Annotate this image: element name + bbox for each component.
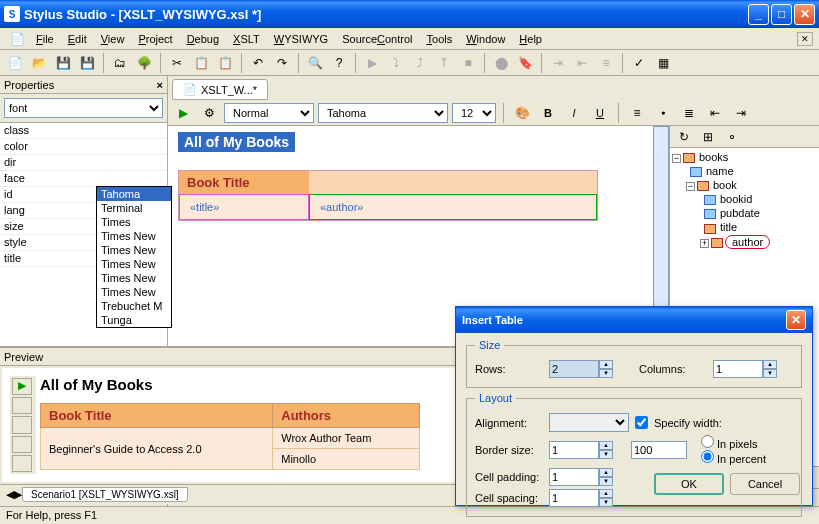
font-option[interactable]: Times New <box>97 229 171 243</box>
template-field-author[interactable]: «author» <box>309 194 597 220</box>
tree-refresh-icon[interactable]: ↻ <box>673 126 695 148</box>
col-header-title[interactable]: Book Title <box>179 171 309 194</box>
font-select[interactable]: Tahoma <box>318 103 448 123</box>
outdent2-icon[interactable]: ⇤ <box>704 102 726 124</box>
menu-project[interactable]: Project <box>132 31 178 47</box>
maximize-button[interactable]: □ <box>771 4 792 25</box>
rows-down[interactable]: ▼ <box>599 369 613 378</box>
cellspace-up[interactable]: ▲ <box>599 489 613 498</box>
stop-icon[interactable]: ■ <box>457 52 479 74</box>
dialog-titlebar[interactable]: Insert Table ✕ <box>456 307 812 333</box>
saveall-icon[interactable]: 💾 <box>76 52 98 74</box>
menu-sourcecontrol[interactable]: SourceControl <box>336 31 418 47</box>
document-tab[interactable]: 📄 XSLT_W...* <box>172 79 268 100</box>
font-option[interactable]: Times New <box>97 243 171 257</box>
ok-button[interactable]: OK <box>654 473 724 495</box>
fontcolor-icon[interactable]: 🎨 <box>511 102 533 124</box>
pv-view-icon[interactable] <box>12 455 32 472</box>
cancel-button[interactable]: Cancel <box>730 473 800 495</box>
redo-icon[interactable]: ↷ <box>271 52 293 74</box>
alignment-select[interactable] <box>549 413 629 432</box>
open-icon[interactable]: 📂 <box>28 52 50 74</box>
menu-debug[interactable]: Debug <box>181 31 225 47</box>
tree-name[interactable]: name <box>704 165 736 177</box>
validate-icon[interactable]: ✓ <box>628 52 650 74</box>
break-icon[interactable]: ⬤ <box>490 52 512 74</box>
copy-icon[interactable]: 📋 <box>190 52 212 74</box>
stepover-icon[interactable]: ⤴ <box>409 52 431 74</box>
tree-pubdate[interactable]: pubdate <box>718 207 762 219</box>
help-icon[interactable]: ? <box>328 52 350 74</box>
menu-help[interactable]: Help <box>513 31 548 47</box>
bookmark-icon[interactable]: 🔖 <box>514 52 536 74</box>
style-select[interactable]: Normal <box>224 103 314 123</box>
fontsize-select[interactable]: 12 <box>452 103 496 123</box>
font-option[interactable]: Tahoma <box>97 187 171 201</box>
stepout-icon[interactable]: ⤒ <box>433 52 455 74</box>
prop-face[interactable]: face <box>0 171 167 187</box>
paste-icon[interactable]: 📋 <box>214 52 236 74</box>
template-field-title[interactable]: «title» <box>179 194 309 220</box>
rows-up[interactable]: ▲ <box>599 360 613 369</box>
tree-book[interactable]: book <box>711 179 739 191</box>
font-option[interactable]: Times <box>97 215 171 229</box>
percent-radio[interactable] <box>701 450 714 463</box>
font-option[interactable]: Terminal <box>97 201 171 215</box>
indent2-icon[interactable]: ⇥ <box>730 102 752 124</box>
new-icon[interactable]: 📄 <box>4 52 26 74</box>
cols-up[interactable]: ▲ <box>763 360 777 369</box>
undo-icon[interactable]: ↶ <box>247 52 269 74</box>
underline-icon[interactable]: U <box>589 102 611 124</box>
close-button[interactable]: ✕ <box>794 4 815 25</box>
pv-export-icon[interactable] <box>12 436 32 453</box>
font-option[interactable]: Times New <box>97 257 171 271</box>
cut-icon[interactable]: ✂ <box>166 52 188 74</box>
menu-file[interactable]: File <box>30 31 60 47</box>
numlist-icon[interactable]: ≣ <box>678 102 700 124</box>
border-down[interactable]: ▼ <box>599 450 613 459</box>
properties-close-icon[interactable]: × <box>157 79 163 91</box>
expand-author[interactable]: + <box>700 239 709 248</box>
cellspace-down[interactable]: ▼ <box>599 498 613 507</box>
tree-bookid[interactable]: bookid <box>718 193 754 205</box>
tree-author[interactable]: author <box>725 235 770 249</box>
cellpad-down[interactable]: ▼ <box>599 477 613 486</box>
preview-tab-right[interactable]: ▶ <box>14 488 22 501</box>
project-icon[interactable]: 🗂 <box>109 52 131 74</box>
rows-input[interactable] <box>549 360 599 378</box>
font-option[interactable]: Times New <box>97 285 171 299</box>
prop-class[interactable]: class <box>0 123 167 139</box>
col-header-author[interactable] <box>309 171 597 194</box>
preview-run-icon[interactable]: ▶ <box>172 102 194 124</box>
menu-wysiwyg[interactable]: WYSIWYG <box>268 31 334 47</box>
step-icon[interactable]: ⤵ <box>385 52 407 74</box>
cols-input[interactable] <box>713 360 763 378</box>
tree-icon[interactable]: 🌳 <box>133 52 155 74</box>
border-input[interactable] <box>549 441 599 459</box>
border-up[interactable]: ▲ <box>599 441 613 450</box>
italic-icon[interactable]: I <box>563 102 585 124</box>
font-option[interactable]: Times New <box>97 271 171 285</box>
menu-edit[interactable]: Edit <box>62 31 93 47</box>
align-icon[interactable]: ≡ <box>595 52 617 74</box>
menu-tools[interactable]: Tools <box>421 31 459 47</box>
indent-icon[interactable]: ⇥ <box>547 52 569 74</box>
outdent-icon[interactable]: ⇤ <box>571 52 593 74</box>
specify-width-checkbox[interactable] <box>635 416 648 429</box>
cellspace-input[interactable] <box>549 489 599 507</box>
find-icon[interactable]: 🔍 <box>304 52 326 74</box>
document-close-button[interactable]: ✕ <box>797 32 813 46</box>
pv-save-icon[interactable] <box>12 416 32 433</box>
menu-xslt[interactable]: XSLT <box>227 31 266 47</box>
tree-expand-icon[interactable]: ⊞ <box>697 126 719 148</box>
expand-book[interactable]: − <box>686 182 695 191</box>
pv-browser-icon[interactable] <box>12 397 32 414</box>
bullet-icon[interactable]: ⦁ <box>652 102 674 124</box>
doc-heading[interactable]: All of My Books <box>178 132 295 152</box>
tree-books[interactable]: books <box>697 151 730 163</box>
font-option[interactable]: Trebuchet M <box>97 299 171 313</box>
properties-selector[interactable]: font <box>4 98 163 118</box>
tree-filter-icon[interactable]: ⚬ <box>721 126 743 148</box>
app-menu-icon[interactable]: 📄 <box>6 28 28 50</box>
output-icon[interactable]: ▦ <box>652 52 674 74</box>
